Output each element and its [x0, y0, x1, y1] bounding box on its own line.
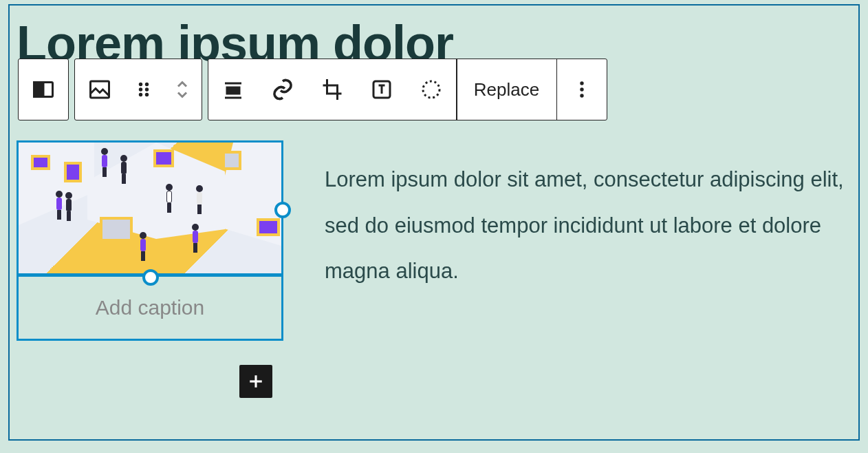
svg-point-6 — [145, 87, 149, 91]
filter-circle-icon — [419, 77, 444, 102]
columns-block: Add caption Lorem ipsum dolor sit amet, … — [17, 140, 851, 341]
chevrons-updown-icon — [170, 77, 195, 102]
select-parent-button[interactable] — [19, 59, 68, 120]
transform-block-button[interactable] — [75, 59, 124, 120]
svg-point-3 — [139, 83, 142, 86]
image-icon — [87, 77, 112, 102]
column-right: Lorem ipsum dolor sit amet, consectetur … — [325, 140, 851, 341]
plus-icon — [246, 371, 266, 392]
move-updown-button[interactable] — [163, 59, 202, 120]
svg-point-5 — [139, 87, 142, 91]
svg-point-14 — [580, 81, 583, 85]
text-overlay-button[interactable] — [357, 59, 406, 120]
add-block-button[interactable] — [239, 365, 272, 398]
svg-point-8 — [145, 93, 149, 96]
align-icon — [221, 77, 246, 102]
crop-button[interactable] — [307, 59, 357, 120]
gallery-illustration — [19, 143, 281, 275]
svg-point-13 — [423, 81, 440, 98]
svg-rect-1 — [34, 83, 44, 97]
replace-button[interactable]: Replace — [457, 59, 556, 120]
image-block[interactable]: Add caption — [17, 140, 283, 341]
svg-point-15 — [580, 87, 583, 91]
more-options-button[interactable] — [557, 59, 607, 120]
duotone-button[interactable] — [406, 59, 456, 120]
editor-canvas: Lorem ipsum dolor — [8, 4, 860, 441]
svg-rect-10 — [227, 87, 239, 94]
svg-point-16 — [580, 94, 583, 97]
toolbar-group-format: Replace — [208, 59, 607, 120]
more-vertical-icon — [569, 77, 594, 102]
crop-icon — [320, 77, 345, 102]
link-icon — [270, 77, 295, 102]
text-over-image-icon — [369, 77, 394, 102]
svg-point-4 — [145, 83, 149, 86]
resize-handle-right[interactable] — [274, 202, 291, 218]
paragraph-block[interactable]: Lorem ipsum dolor sit amet, consectetur … — [325, 157, 847, 295]
toolbar-group-block — [74, 59, 202, 120]
replace-label: Replace — [474, 79, 539, 101]
columns-icon — [31, 77, 56, 102]
block-toolbar: Replace — [18, 59, 607, 120]
column-left: Add caption — [17, 140, 283, 341]
link-button[interactable] — [258, 59, 307, 120]
toolbar-group-parent — [18, 59, 69, 120]
svg-point-7 — [139, 93, 142, 96]
drag-icon — [131, 77, 156, 102]
resize-handle-bottom[interactable] — [142, 269, 159, 286]
image-preview[interactable] — [19, 143, 281, 275]
drag-handle[interactable] — [124, 59, 163, 120]
align-button[interactable] — [208, 59, 258, 120]
